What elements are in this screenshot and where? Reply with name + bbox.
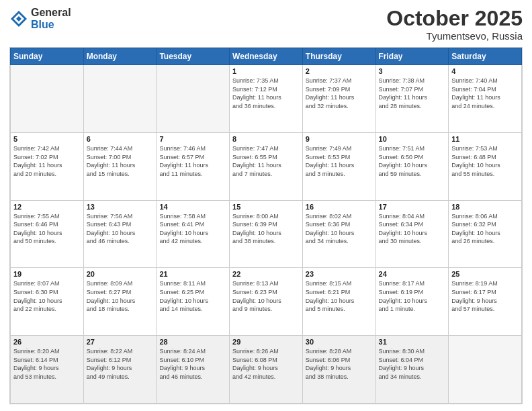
month-title: October 2025 bbox=[386, 7, 523, 30]
calendar-cell-1-4: 9Sunrise: 7:49 AM Sunset: 6:53 PM Daylig… bbox=[302, 132, 375, 200]
weekday-friday: Friday bbox=[375, 48, 449, 65]
calendar-cell-0-0 bbox=[11, 65, 84, 133]
day-info-20: Sunrise: 8:09 AM Sunset: 6:27 PM Dayligh… bbox=[87, 279, 154, 313]
calendar-cell-4-2: 28Sunrise: 8:24 AM Sunset: 6:10 PM Dayli… bbox=[157, 336, 230, 404]
weekday-saturday: Saturday bbox=[449, 48, 522, 65]
weekday-monday: Monday bbox=[83, 48, 157, 65]
day-number-29: 29 bbox=[232, 338, 300, 346]
day-number-10: 10 bbox=[379, 135, 446, 143]
calendar-cell-3-4: 23Sunrise: 8:15 AM Sunset: 6:21 PM Dayli… bbox=[302, 268, 375, 336]
calendar: SundayMondayTuesdayWednesdayThursdayFrid… bbox=[9, 47, 523, 404]
day-number-19: 19 bbox=[13, 270, 81, 278]
calendar-cell-1-6: 11Sunrise: 7:53 AM Sunset: 6:48 PM Dayli… bbox=[449, 132, 522, 200]
day-number-23: 23 bbox=[306, 270, 373, 278]
logo-text: General Blue bbox=[31, 7, 71, 30]
day-info-1: Sunrise: 7:35 AM Sunset: 7:12 PM Dayligh… bbox=[232, 77, 300, 110]
week-row-1: 5Sunrise: 7:42 AM Sunset: 7:02 PM Daylig… bbox=[11, 132, 522, 200]
day-number-7: 7 bbox=[159, 135, 226, 143]
calendar-cell-3-2: 21Sunrise: 8:11 AM Sunset: 6:25 PM Dayli… bbox=[157, 268, 230, 336]
day-info-23: Sunrise: 8:15 AM Sunset: 6:21 PM Dayligh… bbox=[306, 279, 373, 313]
weekday-wednesday: Wednesday bbox=[230, 48, 303, 65]
day-number-5: 5 bbox=[13, 135, 81, 143]
calendar-cell-0-3: 1Sunrise: 7:35 AM Sunset: 7:12 PM Daylig… bbox=[230, 65, 303, 133]
day-number-25: 25 bbox=[451, 270, 519, 278]
calendar-cell-4-6 bbox=[449, 336, 522, 404]
day-info-15: Sunrise: 8:00 AM Sunset: 6:39 PM Dayligh… bbox=[232, 212, 300, 246]
weekday-thursday: Thursday bbox=[302, 48, 375, 65]
calendar-cell-1-5: 10Sunrise: 7:51 AM Sunset: 6:50 PM Dayli… bbox=[375, 132, 449, 200]
day-info-18: Sunrise: 8:06 AM Sunset: 6:32 PM Dayligh… bbox=[451, 212, 519, 246]
day-info-8: Sunrise: 7:47 AM Sunset: 6:55 PM Dayligh… bbox=[232, 144, 300, 178]
calendar-cell-2-6: 18Sunrise: 8:06 AM Sunset: 6:32 PM Dayli… bbox=[449, 200, 522, 268]
calendar-cell-4-1: 27Sunrise: 8:22 AM Sunset: 6:12 PM Dayli… bbox=[83, 336, 157, 404]
calendar-cell-3-5: 24Sunrise: 8:17 AM Sunset: 6:19 PM Dayli… bbox=[375, 268, 449, 336]
calendar-body: 1Sunrise: 7:35 AM Sunset: 7:12 PM Daylig… bbox=[11, 65, 522, 404]
day-number-3: 3 bbox=[379, 67, 446, 75]
day-number-24: 24 bbox=[379, 270, 446, 278]
calendar-cell-0-1 bbox=[83, 65, 157, 133]
day-info-2: Sunrise: 7:37 AM Sunset: 7:09 PM Dayligh… bbox=[306, 77, 373, 110]
calendar-cell-1-1: 6Sunrise: 7:44 AM Sunset: 7:00 PM Daylig… bbox=[83, 132, 157, 200]
day-number-21: 21 bbox=[159, 270, 226, 278]
day-info-3: Sunrise: 7:38 AM Sunset: 7:07 PM Dayligh… bbox=[379, 77, 446, 110]
calendar-table: SundayMondayTuesdayWednesdayThursdayFrid… bbox=[10, 48, 522, 404]
calendar-cell-2-0: 12Sunrise: 7:55 AM Sunset: 6:46 PM Dayli… bbox=[11, 200, 84, 268]
day-info-26: Sunrise: 8:20 AM Sunset: 6:14 PM Dayligh… bbox=[13, 347, 81, 381]
day-info-16: Sunrise: 8:02 AM Sunset: 6:36 PM Dayligh… bbox=[306, 212, 373, 246]
calendar-cell-2-2: 14Sunrise: 7:58 AM Sunset: 6:41 PM Dayli… bbox=[157, 200, 230, 268]
day-info-31: Sunrise: 8:30 AM Sunset: 6:04 PM Dayligh… bbox=[379, 347, 446, 381]
logo-general-text: General bbox=[31, 7, 71, 19]
day-info-27: Sunrise: 8:22 AM Sunset: 6:12 PM Dayligh… bbox=[87, 347, 154, 381]
day-number-17: 17 bbox=[379, 203, 446, 211]
calendar-cell-2-1: 13Sunrise: 7:56 AM Sunset: 6:43 PM Dayli… bbox=[83, 200, 157, 268]
day-number-2: 2 bbox=[306, 67, 373, 75]
calendar-cell-4-5: 31Sunrise: 8:30 AM Sunset: 6:04 PM Dayli… bbox=[375, 336, 449, 404]
calendar-cell-1-0: 5Sunrise: 7:42 AM Sunset: 7:02 PM Daylig… bbox=[11, 132, 84, 200]
calendar-cell-0-4: 2Sunrise: 7:37 AM Sunset: 7:09 PM Daylig… bbox=[302, 65, 375, 133]
calendar-cell-4-3: 29Sunrise: 8:26 AM Sunset: 6:08 PM Dayli… bbox=[230, 336, 303, 404]
day-number-8: 8 bbox=[232, 135, 300, 143]
day-info-5: Sunrise: 7:42 AM Sunset: 7:02 PM Dayligh… bbox=[13, 144, 81, 178]
calendar-cell-3-3: 22Sunrise: 8:13 AM Sunset: 6:23 PM Dayli… bbox=[230, 268, 303, 336]
day-info-21: Sunrise: 8:11 AM Sunset: 6:25 PM Dayligh… bbox=[159, 279, 226, 313]
logo: General Blue bbox=[9, 7, 71, 30]
day-info-6: Sunrise: 7:44 AM Sunset: 7:00 PM Dayligh… bbox=[87, 144, 154, 178]
week-row-2: 12Sunrise: 7:55 AM Sunset: 6:46 PM Dayli… bbox=[11, 200, 522, 268]
day-number-18: 18 bbox=[451, 203, 519, 211]
day-number-30: 30 bbox=[306, 338, 373, 346]
calendar-cell-2-4: 16Sunrise: 8:02 AM Sunset: 6:36 PM Dayli… bbox=[302, 200, 375, 268]
calendar-cell-0-5: 3Sunrise: 7:38 AM Sunset: 7:07 PM Daylig… bbox=[375, 65, 449, 133]
day-number-27: 27 bbox=[87, 338, 154, 346]
day-info-25: Sunrise: 8:19 AM Sunset: 6:17 PM Dayligh… bbox=[451, 279, 519, 313]
day-info-13: Sunrise: 7:56 AM Sunset: 6:43 PM Dayligh… bbox=[87, 212, 154, 246]
title-block: October 2025 Tyumentsevo, Russia bbox=[386, 7, 523, 42]
day-number-22: 22 bbox=[232, 270, 300, 278]
page: General Blue October 2025 Tyumentsevo, R… bbox=[0, 0, 532, 411]
week-row-0: 1Sunrise: 7:35 AM Sunset: 7:12 PM Daylig… bbox=[11, 65, 522, 133]
day-info-19: Sunrise: 8:07 AM Sunset: 6:30 PM Dayligh… bbox=[13, 279, 81, 313]
day-number-1: 1 bbox=[232, 67, 300, 75]
calendar-cell-2-5: 17Sunrise: 8:04 AM Sunset: 6:34 PM Dayli… bbox=[375, 200, 449, 268]
day-number-9: 9 bbox=[306, 135, 373, 143]
day-info-24: Sunrise: 8:17 AM Sunset: 6:19 PM Dayligh… bbox=[379, 279, 446, 313]
weekday-tuesday: Tuesday bbox=[157, 48, 230, 65]
logo-icon bbox=[9, 9, 28, 28]
day-info-10: Sunrise: 7:51 AM Sunset: 6:50 PM Dayligh… bbox=[379, 144, 446, 178]
day-number-4: 4 bbox=[451, 67, 519, 75]
logo-blue-text: Blue bbox=[31, 19, 71, 31]
day-number-6: 6 bbox=[87, 135, 154, 143]
header: General Blue October 2025 Tyumentsevo, R… bbox=[9, 7, 523, 42]
calendar-cell-4-4: 30Sunrise: 8:28 AM Sunset: 6:06 PM Dayli… bbox=[302, 336, 375, 404]
day-number-13: 13 bbox=[87, 203, 154, 211]
day-number-12: 12 bbox=[13, 203, 81, 211]
week-row-3: 19Sunrise: 8:07 AM Sunset: 6:30 PM Dayli… bbox=[11, 268, 522, 336]
day-number-15: 15 bbox=[232, 203, 300, 211]
calendar-cell-1-3: 8Sunrise: 7:47 AM Sunset: 6:55 PM Daylig… bbox=[230, 132, 303, 200]
weekday-row: SundayMondayTuesdayWednesdayThursdayFrid… bbox=[11, 48, 522, 65]
calendar-cell-3-6: 25Sunrise: 8:19 AM Sunset: 6:17 PM Dayli… bbox=[449, 268, 522, 336]
day-info-9: Sunrise: 7:49 AM Sunset: 6:53 PM Dayligh… bbox=[306, 144, 373, 178]
calendar-cell-3-0: 19Sunrise: 8:07 AM Sunset: 6:30 PM Dayli… bbox=[11, 268, 84, 336]
week-row-4: 26Sunrise: 8:20 AM Sunset: 6:14 PM Dayli… bbox=[11, 336, 522, 404]
day-info-11: Sunrise: 7:53 AM Sunset: 6:48 PM Dayligh… bbox=[451, 144, 519, 178]
day-info-29: Sunrise: 8:26 AM Sunset: 6:08 PM Dayligh… bbox=[232, 347, 300, 381]
